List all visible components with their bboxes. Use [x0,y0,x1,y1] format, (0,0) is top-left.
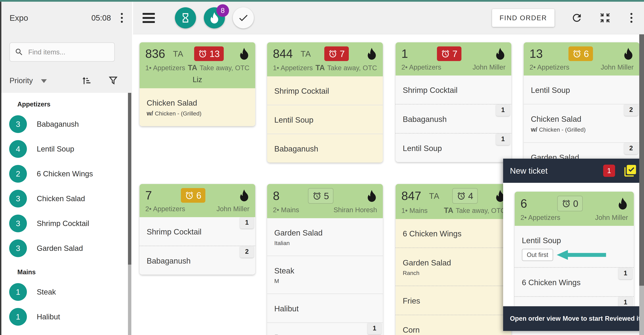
hamburger-menu-button[interactable] [142,11,155,24]
item-modifier: Italian [274,240,376,246]
ticket-item[interactable]: Lentil Soup [524,75,640,104]
order-type-tag: TA [429,191,440,201]
server-name: John Miller [601,63,634,71]
timer-value: 7 [340,48,345,59]
list-item[interactable]: 3 Chicken Salad [1,186,132,211]
list-item[interactable]: 1 Halibut [1,304,132,329]
count-badge: 2 [9,165,27,183]
collapse-view-button[interactable] [599,12,611,24]
ticket-item[interactable]: Chicken Salad w/Chicken - (Grilled) [140,88,255,126]
timer-badge: 0 [557,196,583,211]
ticket-header: 6 0 2• Appetizers John Miller [515,192,634,226]
ticket-item[interactable]: Garden Salad Italian [267,218,383,256]
timer-badge: 6 [568,46,593,61]
count-badge: 1 [9,308,27,326]
ticket-item[interactable]: Shrimp Cocktail [396,75,511,104]
review-all-button[interactable] [623,164,637,178]
filter-button[interactable] [108,75,118,86]
item-name: Shrimp Cocktail [274,86,376,96]
ticket-item[interactable]: 6 Chicken Wings [396,219,511,247]
timer-badge: 7 [437,46,462,61]
item-name: Corn [403,326,504,335]
find-order-button[interactable]: FIND ORDER [492,9,554,27]
chevron-down-icon[interactable] [41,79,47,83]
refresh-icon [571,12,583,24]
item-name: Steak [274,266,376,275]
server-name: John Miller [595,214,628,221]
count-badge: 3 [9,115,27,133]
list-item[interactable]: 3 Babaganush [1,112,132,137]
alarm-icon [185,191,194,200]
sort-ascending-icon [81,75,92,86]
ticket-item[interactable]: Halibut [267,294,383,323]
waiting-tickets-button[interactable] [175,7,196,28]
quantity-badge: 1 [496,105,510,116]
ticket-item[interactable]: Fries [396,286,511,315]
list-item[interactable]: 3 Garden Salad [1,236,132,261]
new-ticket-body: 6 0 2• Appetizers John Miller Lentil Sou… [503,183,638,306]
sidebar-scrollbar[interactable] [128,93,131,335]
ticket-item[interactable]: Corn [396,315,511,335]
list-item[interactable]: 3 Shrimp Cocktail [1,211,132,236]
ticket-card-836[interactable]: 836 TA 13 1• Appetizers TATake away, OTC… [140,42,255,126]
toolbar-right-cluster: FIND ORDER [492,9,635,27]
ticket-item[interactable]: Babaganush [267,134,383,163]
done-tickets-button[interactable] [233,7,254,28]
sidebar-menu-icon[interactable] [118,12,125,24]
search-icon [15,48,24,56]
open-order-view-button[interactable]: Open order view [509,315,562,323]
timer-badge: 7 [324,46,349,61]
ticket-card-844[interactable]: 844 TA 7 1• Appetizers TATake away, OTC … [267,42,383,163]
page-scrollbar[interactable] [639,34,644,335]
sort-filter-row: Priority [10,73,124,88]
list-item[interactable]: 1 Steak [1,280,132,304]
toolbar-menu-icon[interactable] [628,12,635,24]
ticket-item[interactable]: 1 Lentil Soup [396,133,511,162]
search-input[interactable] [28,48,110,56]
ticket-item[interactable]: Lentil Soup [267,105,383,134]
refresh-button[interactable] [571,12,583,24]
ticket-item[interactable]: Steak M [267,256,383,294]
ticket-item[interactable]: 1 Shrimp Cocktail [140,217,255,246]
ticket-item[interactable]: Shrimp Cocktail [267,76,383,105]
fire-icon [623,48,634,60]
fire-icon [366,190,377,202]
ticket-items: Shrimp Cocktail 1 Babaganush 1 Lentil So… [396,75,511,162]
ticket-card-6[interactable]: 6 0 2• Appetizers John Miller Lentil Sou… [515,192,634,325]
sort-select[interactable]: Priority [10,76,33,85]
ticket-item[interactable]: 2 Chicken Salad w/Chicken - (Grilled) [524,104,640,142]
fired-tickets-button[interactable]: 8 [204,7,225,28]
ticket-header: 844 TA 7 1• Appetizers TATake away, OTC [267,42,383,76]
ticket-item[interactable]: 1 Pasta [267,323,383,335]
timer-badge: 5 [308,188,334,204]
ticket-number: 6 [520,198,527,210]
fire-icon [495,48,506,60]
ticket-item[interactable]: 1 6 Chicken Wings [515,267,634,296]
ticket-card-1[interactable]: 1 7 2• Appetizers John Miller Shrimp Coc… [396,42,511,162]
annotation-arrow-icon [556,250,606,260]
course-label: 2• Appetizers [520,214,560,221]
section-header-mains: Mains [1,261,132,280]
sort-direction-button[interactable] [81,75,92,86]
move-to-start-button[interactable]: Move to start [562,315,604,323]
ticket-item[interactable]: Lentil Soup Out first [515,226,634,267]
item-label: Chicken Salad [37,194,85,203]
list-item[interactable]: 2 6 Chicken Wings [1,161,132,186]
item-name: Chicken Salad [531,115,632,124]
page-scrollbar-thumb[interactable] [639,34,644,286]
ticket-number: 7 [145,189,152,201]
ticket-card-7[interactable]: 7 6 2• Appetizers John Miller 1 Shrimp C… [140,184,255,275]
item-search-box[interactable] [10,42,115,61]
ticket-item[interactable]: 2 Babaganush [140,246,255,275]
ticket-item[interactable]: Garden Salad Ranch [396,247,511,286]
fire-icon [618,198,628,210]
item-modifier: Ranch [403,270,504,276]
ticket-card-847[interactable]: 847 TA 4 1• Mains TATake away, OTC 6 Chi… [396,184,511,335]
sidebar-scrollbar-thumb[interactable] [128,93,131,265]
ticket-card-8[interactable]: 8 5 2• Mains Shiran Horesh Garden Salad … [267,184,383,335]
ticket-item[interactable]: 1 Babaganush [396,104,511,133]
ticket-items: Chicken Salad w/Chicken - (Grilled) [140,88,255,126]
item-name: Garden Salad [403,258,504,267]
list-item[interactable]: 4 Lentil Soup [1,137,132,161]
reviewed-it-button[interactable]: Reviewed it [604,315,642,323]
